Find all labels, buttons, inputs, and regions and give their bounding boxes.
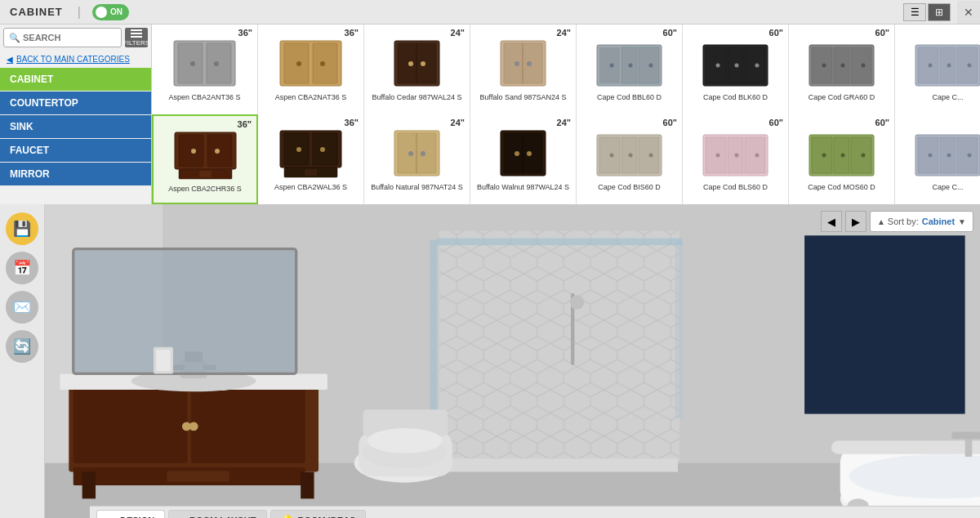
mail-button[interactable]: ✉️ (6, 291, 38, 324)
list-item[interactable]: 36" Aspen CBA2WAL36 S (258, 114, 364, 204)
list-item[interactable]: 36" Aspen CBA2NAT36 S (258, 25, 364, 114)
sort-up-icon: ▲ (877, 217, 885, 226)
search-bar: 🔍 FILTERS (0, 25, 151, 51)
sidebar-item-countertop[interactable]: COUNTERTOP (0, 92, 151, 114)
list-item[interactable]: 24" Buffalo Natural 987NAT24 S (364, 114, 470, 204)
svg-point-45 (929, 63, 933, 67)
sidebar-item-sink[interactable]: SINK (0, 115, 151, 138)
prev-arrow-button[interactable]: ◀ (821, 211, 842, 232)
svg-point-39 (841, 63, 845, 67)
svg-point-18 (514, 61, 519, 66)
sort-label: Sort by: (888, 217, 919, 226)
main-view: ◀ ▶ ▲ Sort by: Cabinet ▼ (45, 204, 980, 518)
product-grid: 36" Aspen CBA2ANT36 S 36" (152, 25, 980, 204)
tab-room-ideas[interactable]: 💡 ROOM IDEAS (270, 510, 367, 519)
svg-rect-113 (74, 387, 188, 463)
tab-design[interactable]: ✏ DESIGN (96, 510, 165, 519)
search-input-wrap: 🔍 (3, 28, 122, 47)
svg-rect-105 (439, 231, 679, 463)
svg-point-83 (716, 153, 720, 157)
list-item[interactable]: 36" Aspen CBA2CHR36 S (152, 114, 258, 204)
calendar-icon: 📅 (13, 259, 31, 277)
save-button[interactable]: 💾 (6, 212, 38, 245)
list-view-button[interactable]: ☰ (903, 3, 926, 21)
room-ideas-tab-icon: 💡 (281, 515, 294, 519)
product-image (593, 34, 666, 92)
list-item[interactable]: 24" Buffalo Cedar 987WAL24 S (364, 25, 470, 114)
svg-point-51 (191, 149, 196, 154)
product-area: 🔍 FILTERS ◀ BACK TO MAIN CATEGORIES CABI… (0, 25, 980, 204)
svg-rect-1 (178, 43, 203, 83)
list-item[interactable]: 60" Cape Cod BLS60 D (683, 114, 789, 204)
list-item[interactable]: 60" Cape Cod GRA60 D (789, 25, 895, 114)
product-image (168, 126, 242, 183)
sort-select[interactable]: ▲ Sort by: Cabinet ▼ (870, 211, 973, 232)
filters-button[interactable]: FILTERS (125, 28, 148, 47)
svg-point-33 (755, 63, 760, 67)
product-image (911, 124, 981, 181)
svg-point-38 (822, 63, 826, 67)
list-item[interactable]: 24" Buffalo Sand 987SAN24 S (470, 25, 577, 114)
refresh-button[interactable]: 🔄 (6, 330, 38, 363)
svg-point-14 (421, 61, 425, 66)
category-title: CABINET (0, 6, 73, 18)
svg-point-66 (421, 151, 425, 156)
svg-rect-127 (74, 249, 296, 374)
toggle-container: ON (92, 4, 129, 20)
filter-icon (131, 33, 142, 34)
sort-caret-icon: ▼ (958, 217, 966, 226)
svg-rect-119 (82, 472, 96, 499)
sidebar-item-mirror[interactable]: MIRROR (0, 163, 151, 185)
calendar-button[interactable]: 📅 (6, 252, 38, 284)
svg-point-133 (368, 428, 443, 453)
product-image (699, 124, 773, 181)
svg-point-59 (320, 147, 325, 152)
product-image (381, 124, 454, 181)
next-arrow-button[interactable]: ▶ (845, 211, 866, 232)
svg-point-118 (189, 422, 198, 431)
list-item[interactable]: 24" Buffalo Walnut 987WAL24 S (470, 114, 577, 204)
list-item[interactable]: 60" Cape Cod MOS60 D (789, 114, 895, 204)
product-image (805, 124, 879, 181)
svg-rect-108 (675, 240, 683, 418)
grid-view-button[interactable]: ⊞ (928, 3, 951, 21)
svg-point-13 (408, 61, 413, 66)
search-input[interactable] (23, 33, 116, 42)
product-image (274, 34, 348, 92)
view-toggle-group: ☰ ⊞ (903, 3, 951, 21)
svg-rect-50 (207, 135, 232, 167)
svg-point-97 (929, 153, 933, 157)
tab-room-layout[interactable]: ⌂ ROOM LAYOUT (168, 510, 266, 519)
svg-rect-49 (179, 135, 203, 167)
back-to-main-link[interactable]: ◀ BACK TO MAIN CATEGORIES (0, 51, 151, 68)
close-button[interactable]: ✕ (957, 1, 980, 24)
svg-rect-109 (437, 458, 678, 471)
list-item[interactable]: 60" Cape C... (895, 25, 980, 114)
svg-rect-7 (313, 43, 337, 83)
svg-point-52 (215, 149, 220, 154)
design-tab-icon: ✏ (107, 515, 116, 519)
back-label: BACK TO MAIN CATEGORIES (16, 55, 130, 64)
toggle-label: ON (110, 7, 122, 16)
filters-label: FILTERS (123, 39, 149, 47)
product-row-2: 36" Aspen CBA2CHR36 S (152, 114, 980, 204)
list-item[interactable]: 60" Cape Cod BBL60 D (577, 25, 683, 114)
svg-rect-120 (301, 472, 314, 499)
svg-rect-61 (305, 169, 317, 176)
svg-point-31 (716, 63, 720, 67)
product-image (699, 34, 773, 92)
list-item[interactable]: 60" Cape C... (895, 114, 980, 204)
sidebar-item-cabinet[interactable]: CABINET (0, 68, 151, 91)
toggle-circle (96, 7, 107, 18)
room-layout-tab-icon: ⌂ (179, 515, 185, 519)
filter-icon (131, 36, 142, 38)
list-item[interactable]: 60" Cape Cod BLK60 D (683, 25, 789, 114)
list-item[interactable]: 60" Cape Cod BIS60 D (577, 114, 683, 204)
svg-point-98 (947, 153, 951, 157)
sort-bar: ◀ ▶ ▲ Sort by: Cabinet ▼ (821, 211, 973, 232)
svg-rect-116 (167, 471, 229, 481)
svg-point-58 (296, 147, 301, 152)
on-off-toggle[interactable]: ON (92, 4, 129, 20)
sidebar-item-faucet[interactable]: FAUCET (0, 139, 151, 162)
list-item[interactable]: 36" Aspen CBA2ANT36 S (152, 25, 258, 114)
